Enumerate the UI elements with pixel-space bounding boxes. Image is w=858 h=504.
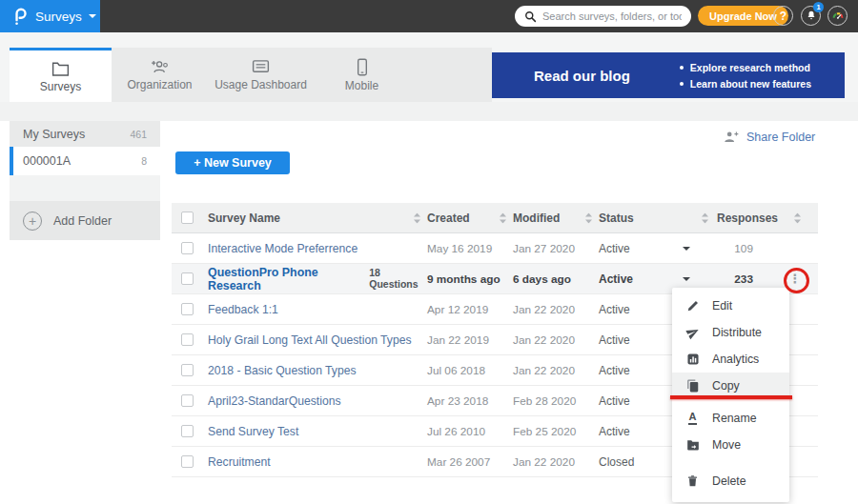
bullet-dot (680, 82, 684, 86)
blog-banner[interactable]: Read our blog Explore research method Le… (492, 52, 845, 98)
row-checkbox[interactable] (181, 272, 194, 285)
survey-name-link[interactable]: Send Survey Test (208, 425, 298, 438)
spacer-strip (0, 102, 858, 121)
share-folder-button[interactable]: Share Folder (723, 130, 815, 144)
menu-item-edit[interactable]: Edit (672, 292, 789, 319)
survey-name-link[interactable]: Feedback 1:1 (208, 303, 278, 316)
created-cell: Apr 23 2018 (427, 394, 513, 408)
survey-name-link[interactable]: 2018 - Basic Question Types (208, 364, 357, 377)
created-cell: Jul 06 2018 (427, 364, 513, 377)
column-header-responses[interactable]: Responses (715, 212, 818, 225)
sidebar-item-000001A[interactable]: 000001A 8 (10, 147, 160, 175)
menu-item-delete[interactable]: Delete (672, 468, 789, 494)
select-all-checkbox[interactable] (181, 212, 194, 224)
sort-icon[interactable] (702, 212, 708, 223)
add-folder-button[interactable]: + Add Folder (10, 201, 160, 240)
folders-sidebar: My Surveys 461 000001A 8 + Add Folder (10, 121, 160, 240)
product-switcher[interactable]: Surveys (0, 0, 100, 32)
usage-meter-button[interactable] (827, 6, 848, 26)
help-button[interactable]: ? (773, 6, 793, 26)
modified-cell: Jan 22 2020 (513, 333, 599, 347)
survey-name-link[interactable]: April23-StandarQuestions (208, 394, 341, 408)
status-caret-icon[interactable] (683, 247, 690, 251)
created-cell: 9 months ago (427, 272, 513, 286)
survey-name-link[interactable]: Recruitment (208, 455, 271, 469)
sort-icon[interactable] (500, 212, 506, 223)
header-label: Created (427, 212, 470, 225)
search-input[interactable] (542, 10, 682, 22)
status-cell: Active (599, 303, 681, 316)
sidebar-item-my-surveys[interactable]: My Surveys 461 (10, 121, 160, 147)
plus-circle-icon: + (23, 212, 42, 231)
copy-icon (685, 379, 700, 393)
add-folder-label: Add Folder (53, 214, 112, 228)
spacer-strip (0, 32, 858, 48)
tab-surveys[interactable]: Surveys (10, 48, 112, 102)
sidebar-spacer (10, 175, 160, 201)
created-cell: May 16 2019 (427, 242, 513, 255)
table-header: Survey Name Created Modified Status Resp… (172, 203, 818, 233)
menu-item-label: Distribute (712, 326, 762, 339)
top-bar: Surveys Upgrade Now ? 1 (0, 0, 858, 32)
bullet-dot (680, 66, 684, 70)
sort-icon[interactable] (794, 212, 801, 223)
status-caret-icon[interactable] (683, 277, 690, 281)
header-label: Status (599, 212, 634, 225)
survey-name-link[interactable]: QuestionPro Phone Research (208, 266, 361, 292)
pencil-icon (685, 299, 700, 312)
new-survey-button[interactable]: + New Survey (175, 151, 290, 174)
header-label: Responses (717, 212, 778, 225)
status-cell: Active (599, 394, 681, 408)
tab-strip: Surveys Organization (10, 48, 492, 102)
row-checkbox[interactable] (181, 242, 194, 254)
question-count-badge: 18 Questions (369, 267, 427, 290)
row-checkbox[interactable] (181, 425, 194, 437)
menu-item-rename[interactable]: A Rename (672, 405, 789, 432)
status-cell: Active (599, 425, 681, 438)
modified-cell: 6 days ago (513, 272, 599, 286)
row-checkbox[interactable] (181, 333, 194, 346)
tab-usage-dashboard[interactable]: Usage Dashboard (208, 48, 314, 102)
menu-item-move[interactable]: Move (672, 432, 789, 458)
responses-cell: 109 (715, 242, 772, 255)
created-cell: Apr 12 2019 (427, 303, 513, 316)
survey-name-link[interactable]: Interactive Mode Preferrence (208, 242, 358, 255)
column-header-status[interactable]: Status (599, 212, 681, 225)
survey-name-link[interactable]: Holy Grail Long Text All Question Types (208, 333, 412, 347)
table-row[interactable]: Interactive Mode Preferrence May 16 2019… (172, 233, 818, 264)
menu-item-analytics[interactable]: Analytics (672, 346, 789, 373)
menu-button-circle-annotation (784, 268, 809, 293)
column-header-survey-name[interactable]: Survey Name (208, 212, 427, 225)
row-checkbox[interactable] (181, 394, 194, 407)
bar-chart-icon (685, 353, 700, 366)
rename-icon: A (685, 412, 700, 425)
modified-cell: Jan 22 2020 (513, 364, 599, 377)
banner-bullets: Explore research method Learn about new … (680, 62, 811, 90)
sort-icon[interactable] (414, 212, 420, 223)
folder-count: 461 (130, 129, 147, 140)
menu-item-distribute[interactable]: Distribute (672, 319, 789, 346)
folder-label: My Surveys (23, 128, 85, 141)
trash-icon (685, 474, 700, 488)
row-checkbox[interactable] (181, 455, 194, 468)
row-checkbox[interactable] (181, 303, 194, 315)
menu-item-label: Edit (712, 299, 732, 312)
menu-item-label: Delete (712, 474, 746, 488)
tab-label: Surveys (40, 80, 81, 93)
menu-spacer (672, 458, 789, 468)
product-label: Surveys (35, 10, 82, 24)
bullet-text: Learn about new features (690, 78, 811, 90)
folder-count: 8 (141, 155, 147, 167)
sort-icon[interactable] (585, 212, 592, 223)
status-cell: Active (599, 272, 681, 286)
share-folder-label: Share Folder (746, 131, 815, 144)
tab-organization[interactable]: Organization (112, 48, 208, 102)
notification-count-badge: 1 (813, 2, 824, 12)
global-search (515, 6, 691, 27)
status-cell: Active (599, 364, 681, 377)
bullet-text: Explore research method (690, 62, 810, 73)
tab-mobile[interactable]: Mobile (314, 48, 410, 102)
banner-title[interactable]: Read our blog (534, 68, 630, 84)
dashboard-screen-icon (251, 58, 271, 75)
row-checkbox[interactable] (181, 364, 194, 376)
